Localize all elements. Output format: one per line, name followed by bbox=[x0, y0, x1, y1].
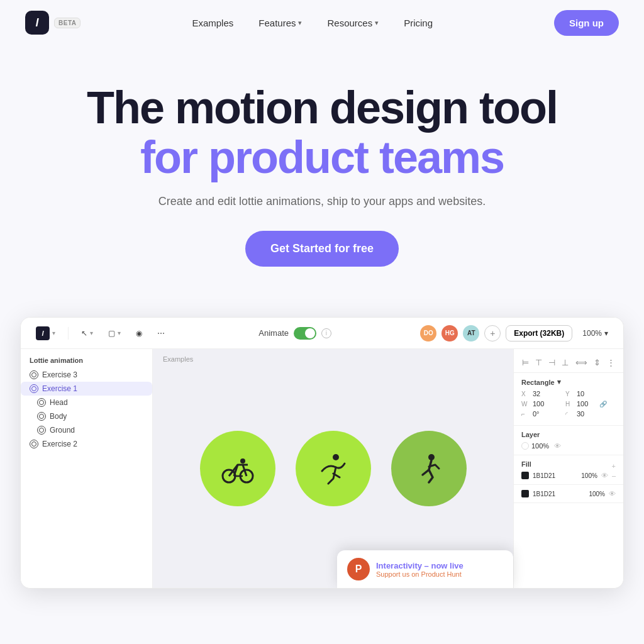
xy-row: X 32 Y 10 bbox=[521, 390, 616, 397]
canvas-content bbox=[200, 431, 467, 506]
nav-link-resources[interactable]: Resources ▾ bbox=[317, 13, 389, 33]
fill-title: Fill bbox=[521, 460, 531, 468]
cursor-icon: ↖ bbox=[81, 329, 87, 338]
align-center-v-icon[interactable]: ⇕ bbox=[594, 358, 601, 367]
exercise-circle-1 bbox=[200, 431, 275, 506]
toolbar-shape-tool[interactable]: ▢ ▾ bbox=[103, 326, 126, 340]
dots-icon: ⋯ bbox=[157, 329, 165, 338]
invite-button[interactable]: + bbox=[484, 325, 501, 341]
align-right-icon[interactable]: ⊣ bbox=[548, 358, 555, 367]
canvas-area: Examples bbox=[153, 349, 513, 588]
prop-align-toolbar: ⊨ ⊤ ⊣ ⊥ ⟺ ⇕ ⋮ bbox=[514, 355, 623, 373]
hero-section: The motion design tool for product teams… bbox=[0, 45, 644, 292]
layer-icon bbox=[37, 398, 46, 407]
animate-toggle[interactable] bbox=[294, 327, 316, 340]
chevron-down-icon: ▾ bbox=[557, 378, 561, 386]
hero-title-dark: The motion design tool bbox=[87, 82, 557, 133]
radius-label: ◜ bbox=[565, 411, 574, 418]
corner-value[interactable]: 0° bbox=[533, 410, 553, 418]
align-center-h-icon[interactable]: ⟺ bbox=[575, 358, 587, 367]
canvas-label: Examples bbox=[163, 355, 193, 363]
animate-label: Animate bbox=[258, 328, 289, 338]
h-label: H bbox=[565, 401, 574, 408]
shape-title: Rectangle ▾ bbox=[521, 378, 616, 386]
exercise-circle-2 bbox=[296, 431, 371, 506]
ph-toast[interactable]: P Interactivity – now live Support us on… bbox=[337, 550, 513, 588]
chevron-icon: ▾ bbox=[118, 330, 121, 336]
eye-icon-2[interactable]: 👁 bbox=[609, 490, 616, 497]
layers-title: Lottie animation bbox=[21, 357, 152, 368]
fill-color-swatch-2[interactable] bbox=[521, 490, 529, 497]
eye-icon[interactable]: 👁 bbox=[601, 472, 608, 479]
layer-icon bbox=[30, 370, 38, 379]
cta-button[interactable]: Get Started for free bbox=[245, 231, 399, 267]
toolbar-logo-chevron: ▾ bbox=[52, 330, 55, 336]
align-bottom-icon[interactable]: ⊥ bbox=[562, 358, 569, 367]
layer-body[interactable]: Body bbox=[21, 409, 152, 423]
fill-color-swatch[interactable] bbox=[521, 472, 529, 479]
x-value[interactable]: 32 bbox=[533, 390, 553, 397]
y-label: Y bbox=[565, 391, 574, 397]
info-icon[interactable]: i bbox=[321, 328, 331, 338]
toolbar-logo-icon: l bbox=[36, 326, 50, 340]
align-left-icon[interactable]: ⊨ bbox=[522, 358, 529, 367]
fill-section-2: 1B1D21 100% 👁 bbox=[514, 485, 623, 503]
export-button[interactable]: Export (32KB) bbox=[506, 325, 572, 341]
add-fill-button[interactable]: + bbox=[612, 462, 616, 470]
exercise-circle-3 bbox=[391, 431, 467, 506]
fill-opacity-value[interactable]: 100% bbox=[581, 472, 597, 479]
h-value[interactable]: 100 bbox=[577, 400, 597, 408]
corner-label: ⌐ bbox=[521, 411, 530, 418]
w-value[interactable]: 100 bbox=[533, 400, 553, 408]
fill-section: Fill + 1B1D21 100% 👁 – bbox=[514, 455, 623, 485]
distribute-icon[interactable]: ⋮ bbox=[607, 358, 615, 367]
fill-header: Fill + bbox=[521, 460, 616, 472]
avatar-hg: HG bbox=[441, 325, 458, 341]
layer-title: Layer bbox=[521, 431, 616, 438]
toolbar-select-tool[interactable]: ↖ ▾ bbox=[76, 326, 98, 340]
ph-toast-subtitle: Support us on Product Hunt bbox=[376, 570, 464, 578]
toolbar-center: Animate i bbox=[258, 327, 331, 340]
toolbar-more-tool[interactable]: ⋯ bbox=[152, 326, 170, 340]
layer-opacity-value[interactable]: 100% bbox=[531, 442, 552, 450]
nav-link-examples[interactable]: Examples bbox=[182, 13, 243, 33]
wh-row: W 100 H 100 🔗 bbox=[521, 400, 616, 408]
remove-fill-icon[interactable]: – bbox=[612, 472, 616, 479]
app-preview: l ▾ ↖ ▾ ▢ ▾ ◉ ⋯ Animate i DO HG AT + bbox=[20, 317, 624, 589]
toolbar-tag-tool[interactable]: ◉ bbox=[131, 326, 147, 340]
lock-icon[interactable]: 🔗 bbox=[599, 401, 607, 408]
product-hunt-logo: P bbox=[347, 558, 370, 580]
layer-exercise1[interactable]: Exercise 1 bbox=[21, 382, 152, 396]
radius-value[interactable]: 30 bbox=[577, 410, 597, 418]
layer-icon bbox=[30, 440, 38, 448]
nav-link-features[interactable]: Features ▾ bbox=[248, 13, 312, 33]
app-toolbar: l ▾ ↖ ▾ ▢ ▾ ◉ ⋯ Animate i DO HG AT + bbox=[21, 318, 623, 349]
eye-icon[interactable]: 👁 bbox=[554, 442, 561, 450]
avatar-at: AT bbox=[463, 325, 479, 341]
signup-button[interactable]: Sign up bbox=[554, 10, 619, 36]
layer-exercise2[interactable]: Exercise 2 bbox=[21, 437, 152, 451]
x-label: X bbox=[521, 391, 530, 397]
layer-opacity-row: 100% 👁 bbox=[521, 442, 616, 450]
fill-hex-value-2[interactable]: 1B1D21 bbox=[533, 491, 585, 497]
layer-head[interactable]: Head bbox=[21, 396, 152, 409]
ph-toast-content: Interactivity – now live Support us on P… bbox=[376, 561, 464, 578]
hero-title-line2: for product teams bbox=[13, 133, 631, 182]
fill-opacity-value-2[interactable]: 100% bbox=[589, 491, 605, 497]
toolbar-logo[interactable]: l ▾ bbox=[31, 324, 60, 343]
layers-panel: Lottie animation Exercise 3 Exercise 1 H… bbox=[21, 349, 153, 588]
stretching-icon bbox=[316, 451, 351, 486]
layer-ground[interactable]: Ground bbox=[21, 423, 152, 437]
beta-badge: BETA bbox=[54, 18, 80, 28]
toolbar-right: DO HG AT + Export (32KB) 100% ▾ bbox=[420, 325, 613, 341]
shape-section: Rectangle ▾ X 32 Y 10 W 100 H 100 🔗 bbox=[514, 373, 623, 426]
nav-link-pricing[interactable]: Pricing bbox=[394, 13, 443, 33]
y-value[interactable]: 10 bbox=[577, 390, 597, 397]
align-top-icon[interactable]: ⊤ bbox=[535, 358, 542, 367]
zoom-control[interactable]: 100% ▾ bbox=[577, 326, 613, 340]
layer-exercise3[interactable]: Exercise 3 bbox=[21, 368, 152, 382]
nav-logo: l BETA bbox=[25, 11, 80, 35]
logo-icon: l bbox=[25, 11, 49, 35]
shape-icon: ▢ bbox=[108, 329, 115, 338]
fill-hex-value[interactable]: 1B1D21 bbox=[533, 472, 577, 479]
